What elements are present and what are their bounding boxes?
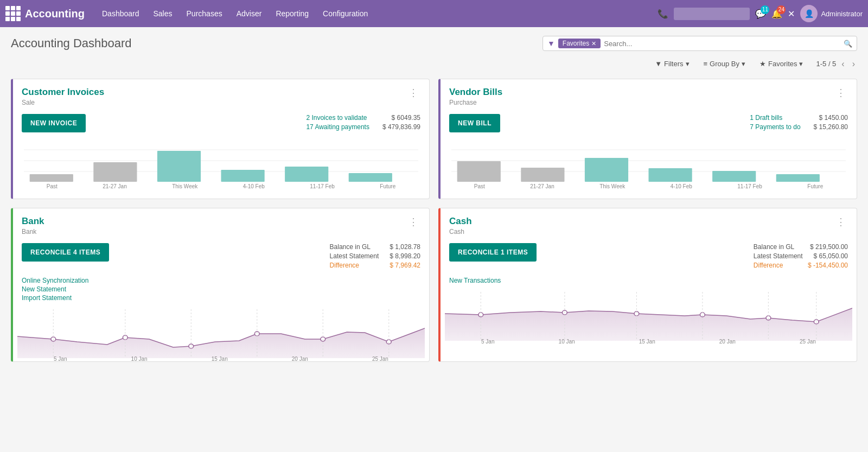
search-go-icon[interactable]: 🔍 <box>844 40 852 48</box>
bank-balance: Balance in GL $ 1,028.78 Latest Statemen… <box>330 243 420 269</box>
customer-invoices-menu[interactable]: ⋮ <box>406 87 420 99</box>
bank-label-20jan: 20 Jan <box>292 356 308 362</box>
cash-body: RECONCILE 1 ITEMS Balance in GL $ 219,50… <box>441 239 857 276</box>
vendor-bar-chart-svg <box>451 139 846 182</box>
topnav-search-input[interactable] <box>674 8 750 20</box>
pagination-prev[interactable]: ‹ <box>839 58 846 70</box>
cash-line-chart-svg <box>445 292 852 341</box>
bank-label-15jan: 15 Jan <box>212 356 228 362</box>
customer-invoices-chart: Past 21-27 Jan This Week 4-10 Feb 11-17 … <box>13 139 429 199</box>
cash-statement-value: $ 65,050.00 <box>814 252 848 260</box>
svg-rect-3 <box>30 174 73 182</box>
reconcile-1-button[interactable]: RECONCILE 1 ITEMS <box>449 243 537 262</box>
new-transactions-link[interactable]: New Transactions <box>449 277 848 284</box>
menu-purchases[interactable]: Purchases <box>180 6 229 21</box>
import-statement-link[interactable]: Import Statement <box>22 294 420 302</box>
favorites-tag[interactable]: Favorites ✕ <box>558 39 601 48</box>
customer-invoices-title-area: Customer Invoices Sale <box>22 87 104 106</box>
bar-label-future: Future <box>380 183 395 189</box>
draft-bills-label: 1 Draft bills <box>750 114 782 122</box>
bank-card: Bank Bank ⋮ RECONCILE 4 ITEMS Balance in… <box>11 208 430 362</box>
phone-icon[interactable]: 📞 <box>658 9 668 19</box>
vb-bar-label-future: Future <box>807 183 823 189</box>
activity-icon[interactable]: 🔔 24 <box>771 9 782 19</box>
messages-icon[interactable]: 💬 11 <box>755 9 766 19</box>
bank-body: RECONCILE 4 ITEMS Balance in GL $ 1,028.… <box>13 239 429 276</box>
bank-diff-label: Difference <box>330 262 359 269</box>
customer-invoices-body: NEW INVOICE 2 Invoices to validate $ 604… <box>13 110 429 139</box>
user-avatar: 👤 <box>800 5 818 22</box>
online-sync-link[interactable]: Online Synchronization <box>22 277 420 284</box>
bank-statement-label: Latest Statement <box>330 252 379 260</box>
bank-gl-label: Balance in GL <box>330 243 371 251</box>
vb-bar-label-11-17-feb: 11-17 Feb <box>737 183 762 189</box>
invoices-validate-value: $ 6049.35 <box>392 114 420 122</box>
app-logo[interactable]: Accounting <box>5 6 85 21</box>
star-icon: ★ <box>760 60 766 68</box>
cash-header: Cash Cash ⋮ <box>441 208 857 239</box>
cash-links: New Transactions <box>441 276 857 290</box>
filters-label: Filters <box>664 60 683 68</box>
cash-label-10jan: 10 Jan <box>559 339 575 345</box>
bank-links: Online Synchronization New Statement Imp… <box>13 276 429 307</box>
filters-button[interactable]: ▼ Filters ▾ <box>650 58 693 70</box>
svg-rect-15 <box>649 168 692 182</box>
customer-invoices-card: Customer Invoices Sale ⋮ NEW INVOICE 2 I… <box>11 79 430 199</box>
vendor-bills-body: NEW BILL 1 Draft bills $ 1450.00 7 Payme… <box>441 110 857 139</box>
user-name: Administrator <box>821 10 863 18</box>
menu-adviser[interactable]: Adviser <box>230 6 269 21</box>
new-bill-button[interactable]: NEW BILL <box>449 114 500 132</box>
pagination-info: 1-5 / 5 <box>816 60 836 68</box>
cash-label-20jan: 20 Jan <box>719 339 736 345</box>
cash-gl-row: Balance in GL $ 219,500.00 <box>754 243 848 251</box>
cash-diff-label: Difference <box>754 262 783 269</box>
vendor-bills-title-area: Vendor Bills Purchase <box>449 87 502 106</box>
cash-menu[interactable]: ⋮ <box>834 216 848 228</box>
messages-badge: 11 <box>761 5 769 14</box>
cash-label-25jan: 25 Jan <box>800 339 816 345</box>
svg-rect-4 <box>93 162 137 182</box>
filter-funnel-icon: ▼ <box>655 60 662 68</box>
menu-reporting[interactable]: Reporting <box>269 6 315 21</box>
favorites-button[interactable]: ★ Favorites ▾ <box>755 58 807 70</box>
bank-label-5jan: 5 Jan <box>54 356 67 362</box>
bank-gl-row: Balance in GL $ 1,028.78 <box>330 243 420 251</box>
group-by-button[interactable]: ≡ Group By ▾ <box>699 58 750 70</box>
awaiting-payments-value: $ 479,836.99 <box>382 123 420 131</box>
close-icon[interactable]: ✕ <box>788 9 795 19</box>
vendor-bills-stats: 1 Draft bills $ 1450.00 7 Payments to do… <box>750 114 848 132</box>
top-navigation: Accounting Dashboard Sales Purchases Adv… <box>0 0 868 27</box>
bank-statement-value: $ 8,998.20 <box>390 252 420 260</box>
bank-label-25jan: 25 Jan <box>372 356 388 362</box>
pagination: 1-5 / 5 ‹ › <box>816 58 857 70</box>
bank-subtitle: Bank <box>22 228 44 235</box>
favorites-tag-close[interactable]: ✕ <box>591 40 596 47</box>
menu-dashboard[interactable]: Dashboard <box>95 6 146 21</box>
pagination-next[interactable]: › <box>850 58 857 70</box>
bank-menu[interactable]: ⋮ <box>406 216 420 228</box>
main-menu: Dashboard Sales Purchases Adviser Report… <box>95 6 655 21</box>
bar-label-21-27-jan: 21-27 Jan <box>103 183 126 189</box>
new-invoice-button[interactable]: NEW INVOICE <box>22 114 86 132</box>
user-menu[interactable]: 👤 Administrator <box>800 5 863 22</box>
page-header: Accounting Dashboard ▼ Favorites ✕ 🔍 <box>11 36 857 51</box>
menu-configuration[interactable]: Configuration <box>316 6 374 21</box>
new-statement-link[interactable]: New Statement <box>22 285 420 293</box>
vendor-bills-card: Vendor Bills Purchase ⋮ NEW BILL 1 Draft… <box>438 79 857 199</box>
filters-caret: ▾ <box>686 60 690 68</box>
svg-rect-6 <box>221 170 265 182</box>
bank-header: Bank Bank ⋮ <box>13 208 429 239</box>
bank-diff-value: $ 7,969.42 <box>390 262 420 269</box>
svg-rect-14 <box>585 158 628 182</box>
toolbar: ▼ Filters ▾ ≡ Group By ▾ ★ Favorites ▾ 1… <box>11 58 857 70</box>
menu-sales[interactable]: Sales <box>147 6 179 21</box>
bank-statement-row: Latest Statement $ 8,998.20 <box>330 252 420 260</box>
vendor-bills-menu[interactable]: ⋮ <box>834 87 848 99</box>
main-content: Accounting Dashboard ▼ Favorites ✕ 🔍 ▼ F… <box>0 27 868 371</box>
cash-title: Cash <box>449 216 472 227</box>
bank-line-chart-svg <box>17 309 425 358</box>
cash-gl-label: Balance in GL <box>754 243 794 251</box>
reconcile-4-button[interactable]: RECONCILE 4 ITEMS <box>22 243 109 262</box>
draft-bills-value: $ 1450.00 <box>819 114 848 122</box>
search-input[interactable] <box>604 40 840 48</box>
